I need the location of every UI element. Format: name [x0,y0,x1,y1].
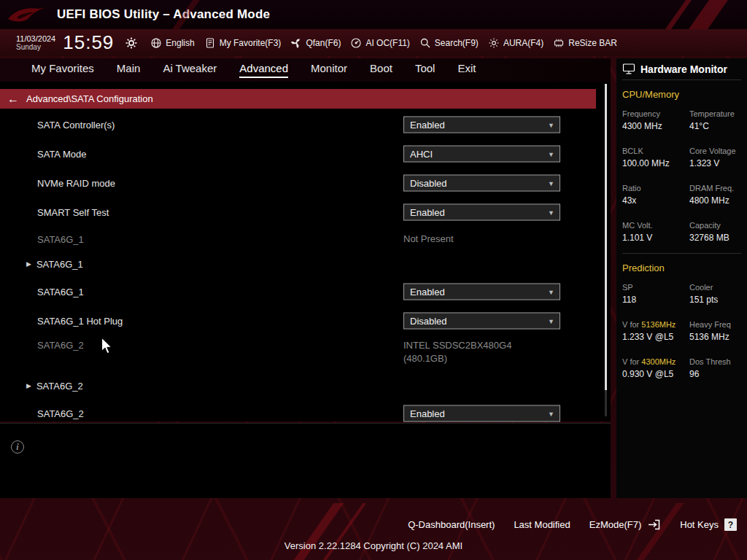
setting-row[interactable]: NVMe RAID mode Disabled ▼ [0,168,611,198]
back-arrow-icon[interactable]: ← [0,93,26,106]
resize-bar-icon [553,37,565,49]
ai-oc-label: AI OC(F11) [365,38,409,48]
hw-stat-label: Frequency [622,109,686,118]
language-label: English [166,38,194,48]
hw-stat-label: MC Volt. [622,221,686,230]
settings-panel: ← Advanced\SATA Configuration SATA Contr… [0,82,611,421]
setting-dropdown[interactable]: Disabled ▼ [403,175,560,192]
setting-dropdown[interactable]: Disabled ▼ [403,313,560,330]
hardware-monitor-header: Hardware Monitor [622,58,741,80]
chevron-down-icon: ▼ [548,179,554,187]
hardware-monitor-sections: CPU/Memory Frequency 4300 MHz Temperatur… [622,80,741,379]
hot-keys-button[interactable]: Hot Keys ? [680,518,737,531]
title-bar: UEFI BIOS Utility – Advanced Mode [0,0,747,29]
breadcrumb-bar: ← Advanced\SATA Configuration [0,89,596,109]
hardware-monitor-title: Hardware Monitor [640,63,727,75]
hw-stat: Temperature 41°C [689,109,741,131]
dropdown-value: Enabled [410,207,445,218]
ezmode-button[interactable]: EzMode(F7) [589,518,662,531]
settings-list: SATA Controller(s) Enabled ▼ SATA Mode A… [0,110,611,428]
tab-advanced[interactable]: Advanced [239,62,288,78]
hw-stat-value: 1.101 V [622,233,686,243]
search-icon [419,37,431,49]
day-label: Sunday [16,43,55,52]
monitor-icon [622,63,635,75]
date-label: 11/03/2024 [16,34,55,43]
my-favorite-label: My Favorite(F3) [220,38,282,48]
setting-dropdown[interactable]: Enabled ▼ [403,284,560,300]
tab-my-favorites[interactable]: My Favorites [31,62,94,78]
hw-stat-value: 4800 MHz [689,195,741,206]
q-dashboard-button[interactable]: Q-Dashboard(Insert) [408,519,495,530]
qfan-button[interactable]: Qfan(F6) [290,37,341,49]
resize-bar-button[interactable]: ReSize BAR [553,37,617,49]
setting-row[interactable]: SMART Self Test Enabled ▼ [0,198,611,227]
hw-stat-label: Cooler [689,283,741,292]
scrollbar-thumb[interactable] [605,84,607,390]
aura-glow-icon [488,37,500,49]
setting-label: SATA6G_1 Hot Plug [37,316,123,327]
tab-exit[interactable]: Exit [457,62,476,78]
hw-stat-label: DRAM Freq. [689,184,741,192]
hw-stat-value: 1.233 V @L5 [622,332,686,342]
setting-row[interactable]: SATA6G_1 Enabled ▼ [0,277,611,306]
hw-stat: SP 118 [622,283,686,305]
help-info-panel: i [0,423,611,498]
setting-label: SATA6G_2 [36,381,83,392]
question-mark-icon: ? [724,518,737,531]
setting-row[interactable]: SATA Controller(s) Enabled ▼ [0,110,611,139]
setting-label: SATA Mode [37,149,86,160]
tab-monitor[interactable]: Monitor [311,62,347,78]
aura-button[interactable]: AURA(F4) [488,37,543,49]
setting-dropdown[interactable]: Enabled ▼ [403,204,560,221]
setting-row[interactable]: SATA6G_1 Hot Plug Disabled ▼ [0,306,611,335]
setting-row[interactable]: SATA Mode AHCI ▼ [0,139,611,168]
chevron-down-icon: ▼ [548,410,554,417]
search-button[interactable]: Search(F9) [419,37,479,49]
tab-tool[interactable]: Tool [415,62,436,78]
hw-stat-label: BCLK [622,147,686,155]
tab-ai-tweaker[interactable]: Ai Tweaker [163,62,217,78]
chevron-down-icon: ▼ [548,121,554,128]
hw-stat-label: V for 4300MHz [622,357,686,366]
hw-stat-label: Capacity [689,221,741,230]
hw-stat-label: SP [622,283,686,292]
dropdown-value: Enabled [410,408,445,419]
hardware-monitor-panel: Hardware Monitor CPU/Memory Frequency 43… [616,58,747,498]
aura-label: AURA(F4) [503,38,543,48]
hw-stat-label: Dos Thresh [689,357,741,366]
chevron-down-icon: ▼ [548,209,554,216]
expand-arrow-icon: ▶ [26,382,31,389]
time-label: 15:59 [63,31,114,54]
footer-bar: Q-Dashboard(Insert) Last Modified EzMode… [0,498,747,560]
tab-main[interactable]: Main [117,62,141,78]
gear-icon [124,36,139,50]
setting-label: SATA6G_1 [37,287,84,298]
setting-dropdown[interactable]: AHCI ▼ [403,146,560,163]
hw-stat-value: 4300 MHz [622,121,686,131]
setting-row-expandable[interactable]: ▶ SATA6G_2 [0,373,611,399]
settings-gear-button[interactable] [124,36,139,50]
hw-stat-value: 96 [689,369,741,379]
tab-boot[interactable]: Boot [370,62,392,78]
setting-row-expandable[interactable]: ▶ SATA6G_1 [0,252,611,277]
setting-dropdown[interactable]: Enabled ▼ [403,405,560,422]
setting-value: Not Present [403,233,454,246]
gauge-icon [350,37,362,49]
setting-label: SATA6G_2 [37,340,84,351]
hw-stat: Heavy Freq 5136 MHz [689,320,741,342]
my-favorite-button[interactable]: My Favorite(F3) [204,37,282,49]
chevron-down-icon: ▼ [548,288,554,295]
expand-arrow-icon: ▶ [26,260,31,268]
ai-oc-button[interactable]: AI OC(F11) [350,37,409,49]
bios-version: Version 2.22.1284 Copyright (C) 2024 AMI [0,540,747,551]
rog-logo [7,4,47,26]
language-button[interactable]: English [150,37,194,49]
hw-stat: Core Voltage 1.323 V [689,147,741,168]
scrollbar-track[interactable] [605,84,607,416]
dropdown-value: Enabled [410,120,445,131]
hw-section: Prediction SP 118 Cooler 151 pts V for 5… [622,253,741,379]
setting-dropdown[interactable]: Enabled ▼ [403,117,560,133]
last-modified-button[interactable]: Last Modified [514,519,570,530]
hw-stat: Capacity 32768 MB [689,221,741,243]
